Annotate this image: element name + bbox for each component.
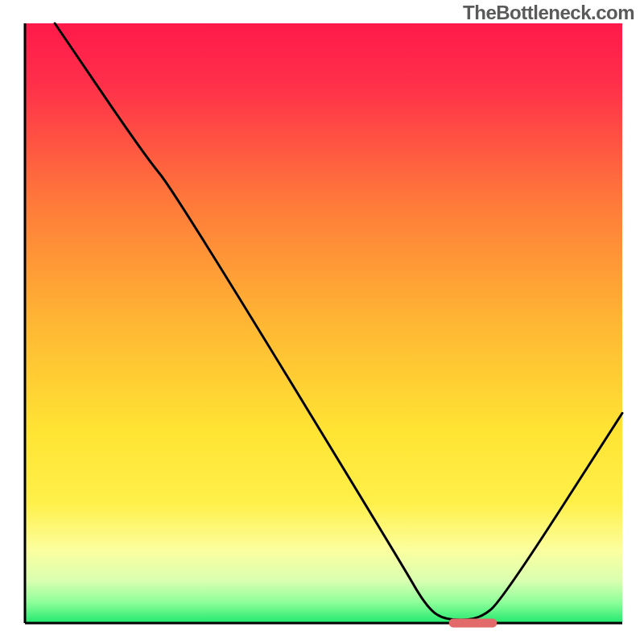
optimal-marker [449,619,497,628]
watermark-text: TheBottleneck.com [463,2,634,24]
bottleneck-chart: TheBottleneck.com [0,0,644,644]
chart-svg [0,0,644,644]
